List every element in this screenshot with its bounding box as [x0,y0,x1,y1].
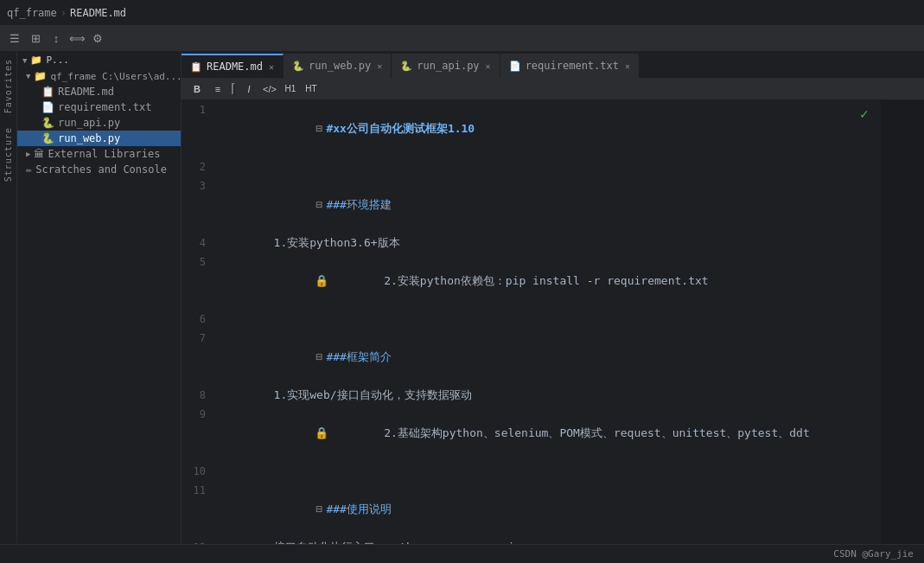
tree-item-scratches[interactable]: ✏ Scratches and Console [17,162,181,177]
breadcrumb: qf_frame › README.md [7,7,126,19]
toolbar-split-btn[interactable]: ↕ [47,29,66,48]
sidebar: ▼ 📁 P... ▼ 📁 qf_frame C:\Users\ad... 📋 R… [17,52,182,544]
editor-line-5: 5 🔒 2.安装python依赖包：pip install -r require… [182,253,881,310]
toolbar-expand-btn[interactable]: ⟺ [67,29,86,48]
run-api-tab-icon: 🐍 [400,61,412,72]
favorites-tab[interactable]: Favorites [2,52,15,120]
toolbar-menu-btn[interactable]: ☰ [5,29,24,48]
top-toolbar: ☰ ⊞ ↕ ⟺ ⚙ [0,26,924,52]
md-ht-btn[interactable]: HT [303,81,320,97]
tree-item-qf-frame[interactable]: ▼ 📁 qf_frame C:\Users\ad... [17,68,181,84]
editor-area: 📋 README.md ✕ 🐍 run_web.py ✕ 🐍 run_api.p… [182,52,924,544]
watermark-label: CSDN @Gary_jie [833,548,914,560]
title-bar: qf_frame › README.md [0,0,924,26]
requirement-close-btn[interactable]: ✕ [625,61,630,71]
editor-line-3: 3 ⊟###环境搭建 [182,176,881,234]
requirement-tab-icon: 📄 [509,61,521,72]
requirement-tab-label: requirement.txt [526,60,619,72]
tab-run-api[interactable]: 🐍 run_api.py ✕ [392,54,500,78]
run-api-close-btn[interactable]: ✕ [486,61,491,71]
md-list-btn[interactable]: ≡ [209,81,226,97]
left-vert-tab: Favorites Structure [0,52,17,544]
editor-line-10: 10 [182,462,881,481]
sidebar-project-label: 📁 [30,54,42,66]
breadcrumb-root: qf_frame [7,7,57,19]
main-layout: Favorites Structure ▼ 📁 P... ▼ 📁 qf_fram… [0,52,924,544]
editor-content[interactable]: ✓ 1 ⊟#xx公司自动化测试框架1.10 2 [182,100,881,544]
md-toolbar: B ≡ I </> H1 HT [182,78,924,100]
readme-tab-icon: 📋 [190,61,202,73]
md-h1-btn[interactable]: H1 [282,81,299,97]
tab-requirement[interactable]: 📄 requirement.txt ✕ [500,54,640,78]
editor-line-12: 12 接口自动化执行入口：python run run_api.py [182,538,881,544]
tree-item-readme[interactable]: 📋 README.md [17,84,181,99]
run-web-tab-label: run_web.py [309,60,371,72]
editor-line-8: 8 1.实现web/接口自动化，支持数据驱动 [182,386,881,405]
project-expand-icon: ▼ [22,56,27,65]
breadcrumb-file: README.md [70,7,126,19]
status-bar: CSDN @Gary_jie [0,544,924,563]
tree-item-external-libraries[interactable]: ▶ 🏛 External Libraries [17,146,181,162]
editor-line-4: 4 1.安装python3.6+版本 [182,234,881,253]
tab-run-web[interactable]: 🐍 run_web.py ✕ [284,54,392,78]
md-sep-1 [232,83,235,95]
readme-close-btn[interactable]: ✕ [269,62,274,72]
sidebar-project-name: P... [46,54,69,66]
tree-item-requirement[interactable]: 📄 requirement.txt [17,99,181,115]
editor-line-9: 9 🔒 2.基础架构python、selenium、POM模式、request、… [182,405,881,462]
readme-tab-label: README.md [207,61,263,73]
minimap [881,100,924,544]
tab-readme[interactable]: 📋 README.md ✕ [182,54,284,78]
tree-item-run-web[interactable]: 🐍 run_web.py [17,131,181,146]
editor-line-2: 2 [182,157,881,176]
run-web-tab-icon: 🐍 [292,61,304,72]
toolbar-settings-btn[interactable]: ⚙ [88,29,107,48]
editor-lines: 1 ⊟#xx公司自动化测试框架1.10 2 3 ⊟## [182,100,881,544]
tabs-bar: 📋 README.md ✕ 🐍 run_web.py ✕ 🐍 run_api.p… [182,52,924,78]
md-bold-btn[interactable]: B [188,81,206,97]
editor-line-11: 11 ⊟###使用说明 [182,481,881,538]
tree-item-run-api[interactable]: 🐍 run_api.py [17,115,181,131]
editor-line-6: 6 [182,310,881,329]
md-italic-btn[interactable]: I [240,81,258,97]
md-code-btn[interactable]: </> [261,81,278,97]
toolbar-grid-btn[interactable]: ⊞ [26,29,45,48]
editor-line-1: 1 ⊟#xx公司自动化测试框架1.10 [182,100,881,157]
editor-line-7: 7 ⊟###框架简介 [182,329,881,386]
structure-tab[interactable]: Structure [2,120,15,189]
sidebar-project-header[interactable]: ▼ 📁 P... [17,52,181,68]
run-api-tab-label: run_api.py [417,60,479,72]
editor-wrapper: ✓ 1 ⊟#xx公司自动化测试框架1.10 2 [182,100,924,544]
run-web-close-btn[interactable]: ✕ [377,61,382,71]
